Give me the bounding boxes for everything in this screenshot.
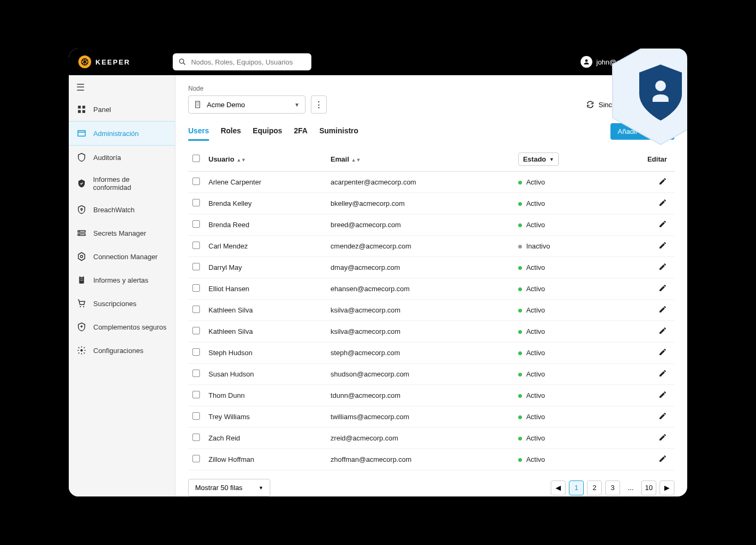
select-all-checkbox[interactable] (192, 155, 200, 162)
svg-rect-6 (78, 110, 81, 113)
page-next[interactable]: ▶ (660, 480, 674, 495)
search-box[interactable] (173, 53, 311, 70)
node-selector[interactable]: Acme Demo ▼ (188, 95, 305, 114)
page-1[interactable]: 1 (569, 480, 584, 495)
brand-text: KEEPER (95, 58, 130, 66)
row-checkbox[interactable] (192, 242, 200, 249)
table-row: Brenda Reedbreed@acmecorp.comActivo (188, 214, 674, 236)
page-10[interactable]: 10 (641, 480, 656, 495)
row-checkbox[interactable] (192, 199, 200, 206)
brand-logo: KEEPER (78, 55, 130, 68)
clipboard-icon (76, 275, 87, 285)
page-2[interactable]: 2 (587, 480, 602, 495)
edit-icon[interactable] (658, 220, 667, 228)
sidebar-item-label: Configuraciones (93, 347, 143, 355)
edit-icon[interactable] (658, 433, 667, 442)
row-checkbox[interactable] (192, 391, 200, 398)
svg-point-22 (80, 306, 81, 307)
sidebar-item-complementos-seguros[interactable]: Complementos seguros (69, 315, 175, 339)
tab-roles[interactable]: Roles (221, 122, 241, 141)
sidebar-item-informes-de-conformidad[interactable]: Informes de conformidad (69, 169, 175, 198)
edit-icon[interactable] (658, 348, 667, 356)
tab-equipos[interactable]: Equipos (253, 122, 282, 141)
sidebar-item-connection-manager[interactable]: Connection Manager (69, 245, 175, 268)
add-users-button[interactable]: Añadir Usuarios (610, 123, 675, 140)
row-checkbox[interactable] (192, 306, 200, 313)
quick-sync-button[interactable]: Sincronización rápida ▼ (586, 100, 674, 109)
sidebar-item-label: Auditoría (93, 154, 121, 162)
status-dot-icon (518, 330, 522, 334)
row-checkbox[interactable] (192, 455, 200, 462)
row-checkbox[interactable] (192, 284, 200, 292)
cell-status: Activo (514, 214, 612, 236)
user-menu[interactable]: john@acme-demo.com ▼ (581, 56, 678, 68)
rows-per-page-selector[interactable]: Mostrar 50 filas ▼ (188, 479, 270, 496)
svg-rect-8 (78, 131, 85, 137)
row-checkbox[interactable] (192, 434, 200, 441)
sidebar-item-auditoría[interactable]: Auditoría (69, 146, 175, 169)
search-icon (178, 58, 187, 66)
table-row: Susan Hudsonshudson@acmecorp.comActivo (188, 364, 674, 385)
sidebar-item-suscripciones[interactable]: Suscripciones (69, 292, 175, 315)
sidebar-item-label: Secrets Manager (93, 229, 146, 237)
admin-icon (76, 128, 87, 139)
tab-2fa[interactable]: 2FA (294, 122, 308, 141)
edit-icon[interactable] (658, 412, 667, 420)
sidebar-item-panel[interactable]: Panel (69, 98, 175, 121)
edit-icon[interactable] (658, 326, 667, 335)
status-dot-icon (518, 266, 522, 270)
edit-icon[interactable] (658, 454, 667, 463)
sidebar-item-breachwatch[interactable]: BreachWatch (69, 198, 175, 221)
menu-toggle[interactable]: ☰ (69, 77, 175, 98)
svg-marker-16 (78, 253, 85, 261)
shield-plus-icon (76, 322, 87, 332)
tab-users[interactable]: Users (188, 122, 209, 141)
row-checkbox[interactable] (192, 178, 200, 185)
cell-user: Zach Reid (204, 428, 326, 449)
edit-icon[interactable] (658, 262, 667, 271)
cell-email: shudson@acmecorp.com (326, 364, 514, 385)
col-edit: Editar (612, 147, 674, 172)
node-value: Acme Demo (207, 101, 245, 109)
cell-user: Carl Mendez (204, 236, 326, 257)
edit-icon[interactable] (658, 241, 667, 250)
col-email[interactable]: Email▲▼ (326, 147, 514, 172)
cell-email: acarpenter@acmecorp.com (326, 172, 514, 193)
row-checkbox[interactable] (192, 263, 200, 270)
edit-icon[interactable] (658, 390, 667, 399)
svg-rect-18 (79, 276, 84, 284)
svg-point-26 (81, 349, 83, 352)
row-checkbox[interactable] (192, 220, 200, 228)
chevron-down-icon: ▼ (259, 485, 263, 491)
page-3[interactable]: 3 (605, 480, 620, 495)
edit-icon[interactable] (658, 198, 667, 207)
chevron-down-icon: ▼ (669, 102, 674, 108)
status-dot-icon (518, 458, 522, 462)
sidebar-item-label: Administración (93, 130, 139, 138)
tab-suministro[interactable]: Suministro (319, 122, 358, 141)
search-input[interactable] (191, 58, 306, 66)
edit-icon[interactable] (658, 284, 667, 292)
sidebar-item-secrets-manager[interactable]: Secrets Manager (69, 221, 175, 245)
col-user[interactable]: Usuario▲▼ (204, 147, 326, 172)
status-dot-icon (518, 415, 522, 419)
col-state[interactable]: Estado ▼ (514, 147, 612, 172)
row-checkbox[interactable] (192, 370, 200, 377)
edit-icon[interactable] (658, 177, 667, 186)
users-table: Usuario▲▼ Email▲▼ Estado ▼ Editar Arlene… (188, 147, 674, 470)
secrets-icon (76, 228, 87, 238)
building-icon (194, 100, 203, 109)
row-checkbox[interactable] (192, 348, 200, 356)
row-checkbox[interactable] (192, 327, 200, 334)
status-dot-icon (518, 309, 522, 312)
cell-status: Activo (514, 257, 612, 278)
sidebar-item-configuraciones[interactable]: Configuraciones (69, 339, 175, 362)
node-more-menu[interactable]: ⋮ (311, 95, 327, 114)
sidebar-item-administración[interactable]: Administración (69, 121, 175, 146)
edit-icon[interactable] (658, 305, 667, 314)
row-checkbox[interactable] (192, 412, 200, 420)
cell-user: Kathleen Silva (204, 300, 326, 321)
page-prev[interactable]: ◀ (551, 480, 566, 495)
sidebar-item-informes-y-alertas[interactable]: Informes y alertas (69, 268, 175, 292)
edit-icon[interactable] (658, 369, 667, 378)
